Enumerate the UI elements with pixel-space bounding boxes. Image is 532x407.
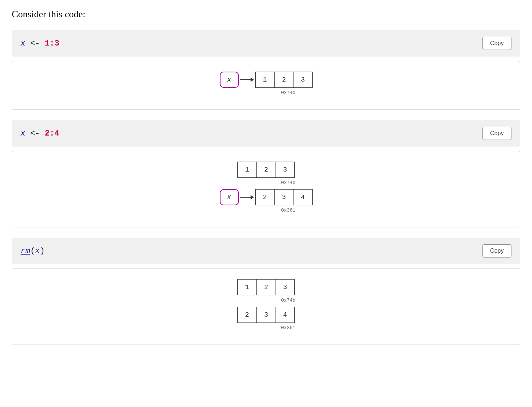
- array-cells: 123: [237, 279, 295, 295]
- cell-1: 1: [255, 72, 274, 88]
- cell-1: 1: [237, 162, 256, 178]
- code-variable: x: [21, 39, 25, 48]
- copy-button-3[interactable]: Copy: [482, 244, 511, 257]
- code-colon: :: [50, 129, 54, 138]
- diagram-group-3-1: 1230x74b: [237, 279, 295, 307]
- code-text-2: x <- 2:4: [21, 129, 59, 138]
- code-number: 1: [45, 39, 50, 48]
- diagram-row-2-1: 123: [237, 162, 295, 178]
- cell-1: 1: [237, 279, 256, 295]
- diagram-row-3-1: 123: [237, 279, 295, 295]
- code-text-1: x <- 1:3: [21, 39, 59, 48]
- code-rm-function: rm: [21, 246, 30, 256]
- diagram-block-1: x1230x74b: [12, 61, 520, 110]
- variable-box: x: [220, 72, 239, 88]
- cell-3: 3: [276, 279, 295, 295]
- code-number: 2: [45, 129, 50, 138]
- cell-3: 3: [294, 72, 313, 88]
- code-plain: <-: [25, 129, 45, 138]
- copy-button-2[interactable]: Copy: [482, 127, 511, 140]
- code-plain: <-: [25, 39, 45, 48]
- cell-3: 3: [276, 162, 295, 178]
- cell-2: 3: [274, 189, 294, 205]
- copy-button-1[interactable]: Copy: [482, 37, 511, 50]
- diagram-block-3: 1230x74b2340x361: [12, 269, 520, 345]
- cell-2: 2: [256, 162, 276, 178]
- diagram-row-1-1: x123: [220, 72, 313, 88]
- code-variable: x: [21, 129, 25, 138]
- array-cells: 123: [237, 162, 295, 178]
- memory-address: 0x74b: [237, 90, 295, 96]
- arrow-icon: [240, 195, 254, 199]
- cell-2: 2: [256, 279, 276, 295]
- diagram-group-3-2: 2340x361: [237, 307, 295, 334]
- memory-address: 0x74b: [237, 298, 295, 303]
- page-title: Consider this code:: [12, 9, 520, 20]
- code-number: 4: [54, 129, 59, 138]
- memory-address: 0x361: [237, 325, 295, 331]
- code-number: 3: [54, 39, 59, 48]
- code-text-3: rm(x): [21, 246, 45, 256]
- code-variable: x: [35, 246, 40, 256]
- variable-box: x: [220, 189, 239, 205]
- array-cells: 234: [237, 307, 295, 323]
- diagram-block-2: 1230x74bx2340x361: [12, 151, 520, 227]
- array-cells: 234: [255, 189, 313, 205]
- memory-address: 0x361: [237, 208, 295, 213]
- code-block-2: x <- 2:4Copy: [12, 120, 520, 147]
- diagram-row-2-2: x234: [220, 189, 313, 205]
- diagram-row-3-2: 234: [237, 307, 295, 323]
- code-plain: ): [40, 246, 45, 256]
- cell-1: 2: [237, 307, 256, 323]
- diagram-group-2-2: x2340x361: [220, 189, 313, 217]
- cell-3: 4: [294, 189, 313, 205]
- code-colon: :: [50, 39, 54, 48]
- diagram-group-2-1: 1230x74b: [237, 162, 295, 189]
- code-block-3: rm(x)Copy: [12, 238, 520, 264]
- cell-2: 3: [256, 307, 276, 323]
- array-cells: 123: [255, 72, 313, 88]
- memory-address: 0x74b: [237, 180, 295, 186]
- code-plain: (: [30, 246, 35, 256]
- code-block-1: x <- 1:3Copy: [12, 30, 520, 57]
- cell-2: 2: [274, 72, 294, 88]
- cell-3: 4: [276, 307, 295, 323]
- arrow-icon: [240, 78, 254, 82]
- cell-1: 2: [255, 189, 274, 205]
- diagram-group-1-1: x1230x74b: [220, 72, 313, 99]
